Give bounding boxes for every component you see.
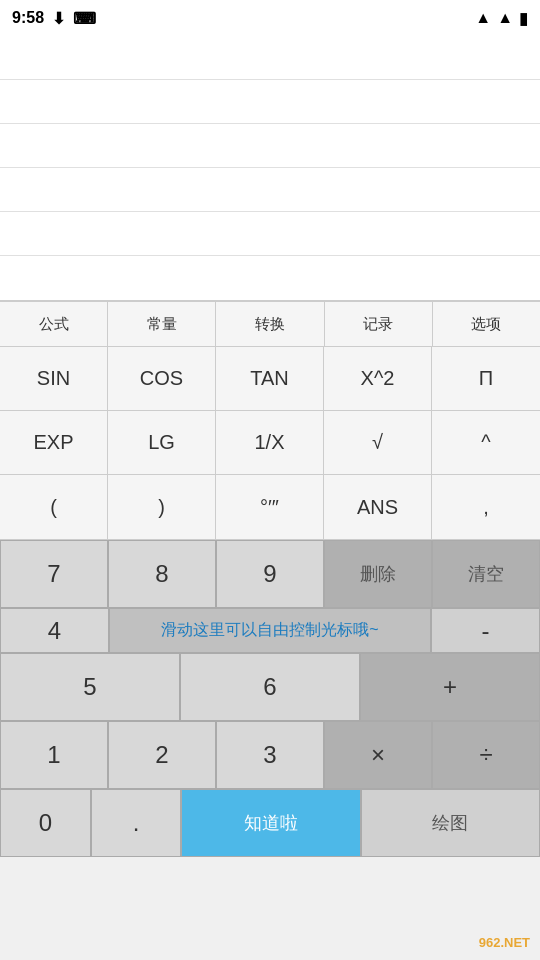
btn-inv[interactable]: 1/X	[216, 411, 324, 475]
btn-tan[interactable]: TAN	[216, 347, 324, 411]
btn-0[interactable]: 0	[0, 789, 91, 857]
btn-5[interactable]: 5	[0, 653, 180, 721]
signal-icon: ▲	[497, 9, 513, 27]
slide-control[interactable]: 滑动这里可以自由控制光标哦~	[109, 608, 431, 653]
menu-options[interactable]: 选项	[433, 302, 540, 346]
display-row-6	[0, 256, 540, 300]
btn-draw[interactable]: 绘图	[361, 789, 540, 857]
btn-rparen[interactable]: )	[108, 475, 216, 539]
btn-9[interactable]: 9	[216, 540, 324, 608]
menu-constant[interactable]: 常量	[108, 302, 216, 346]
btn-ans[interactable]: ANS	[324, 475, 432, 539]
status-time: 9:58	[12, 9, 44, 27]
display-row-2	[0, 80, 540, 124]
btn-lparen[interactable]: (	[0, 475, 108, 539]
numpad-row-3: 1 2 3 × ÷	[0, 721, 540, 789]
watermark: 962.NET	[479, 935, 530, 950]
display-row-1	[0, 36, 540, 80]
menu-formula[interactable]: 公式	[0, 302, 108, 346]
btn-degree[interactable]: °′″	[216, 475, 324, 539]
btn-sin[interactable]: SIN	[0, 347, 108, 411]
sci-grid: SIN COS TAN X^2 Π EXP LG 1/X √ ^ ( ) °′″…	[0, 347, 540, 540]
display-row-5	[0, 212, 540, 256]
menu-bar: 公式 常量 转换 记录 选项	[0, 301, 540, 347]
btn-lg[interactable]: LG	[108, 411, 216, 475]
btn-xsq[interactable]: X^2	[324, 347, 432, 411]
btn-minus-slide[interactable]: -	[431, 608, 540, 653]
btn-plus[interactable]: +	[360, 653, 540, 721]
wifi-icon: ▲	[475, 9, 491, 27]
numpad-row-4: 0 . 知道啦 绘图	[0, 789, 540, 857]
btn-know[interactable]: 知道啦	[181, 789, 360, 857]
btn-delete[interactable]: 删除	[324, 540, 432, 608]
btn-7[interactable]: 7	[0, 540, 108, 608]
display-area	[0, 36, 540, 301]
btn-8[interactable]: 8	[108, 540, 216, 608]
battery-icon: ▮	[519, 9, 528, 28]
keyboard-icon: ⌨	[73, 9, 96, 28]
slide-row: 4 滑动这里可以自由控制光标哦~ -	[0, 608, 540, 653]
btn-6[interactable]: 6	[180, 653, 360, 721]
numpad-area: 7 8 9 删除 清空 4 滑动这里可以自由控制光标哦~ - 5 6 + 1 2…	[0, 540, 540, 857]
btn-4-slide[interactable]: 4	[0, 608, 109, 653]
btn-multiply[interactable]: ×	[324, 721, 432, 789]
menu-history[interactable]: 记录	[325, 302, 433, 346]
numpad-row-2: 5 6 +	[0, 653, 540, 721]
btn-cos[interactable]: COS	[108, 347, 216, 411]
btn-sqrt[interactable]: √	[324, 411, 432, 475]
btn-dot[interactable]: .	[91, 789, 182, 857]
btn-exp[interactable]: EXP	[0, 411, 108, 475]
btn-2[interactable]: 2	[108, 721, 216, 789]
btn-pow[interactable]: ^	[432, 411, 540, 475]
display-row-3	[0, 124, 540, 168]
btn-pi[interactable]: Π	[432, 347, 540, 411]
display-row-4	[0, 168, 540, 212]
status-bar: 9:58 ⬇ ⌨ ▲ ▲ ▮	[0, 0, 540, 36]
numpad-row-1: 7 8 9 删除 清空	[0, 540, 540, 608]
btn-divide[interactable]: ÷	[432, 721, 540, 789]
menu-convert[interactable]: 转换	[216, 302, 324, 346]
btn-3[interactable]: 3	[216, 721, 324, 789]
download-icon: ⬇	[52, 9, 65, 28]
btn-clear[interactable]: 清空	[432, 540, 540, 608]
btn-1[interactable]: 1	[0, 721, 108, 789]
btn-comma[interactable]: ,	[432, 475, 540, 539]
